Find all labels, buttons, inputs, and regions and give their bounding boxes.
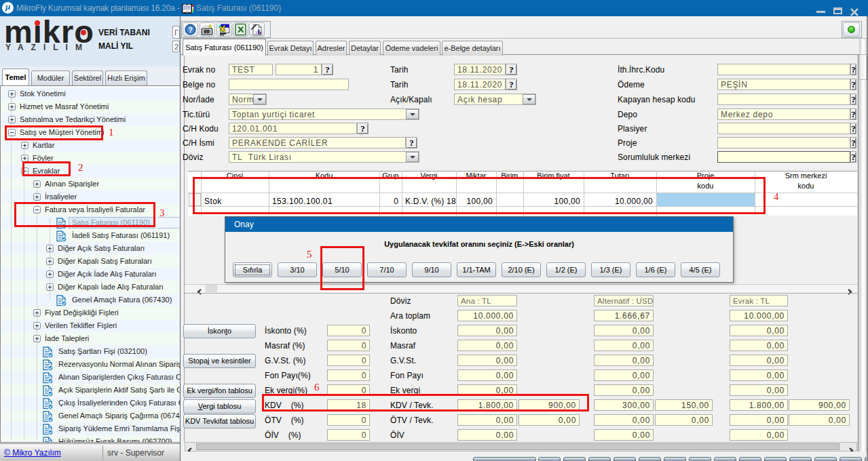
svg-text:?: ?	[188, 26, 193, 34]
